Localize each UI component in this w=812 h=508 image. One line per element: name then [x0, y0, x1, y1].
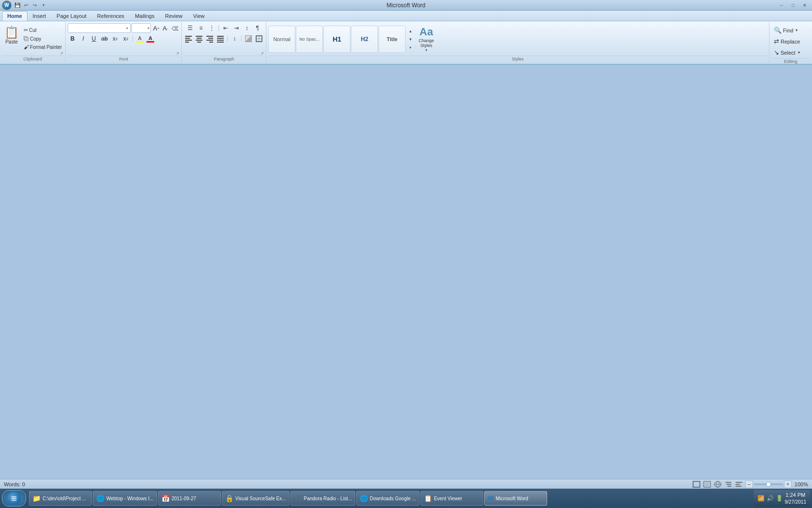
- ribbon: 📋 Paste ✂ Cut ⿻ Copy 🖌 Format Painter Cl…: [0, 21, 812, 65]
- tab-view[interactable]: View: [188, 11, 210, 21]
- select-button[interactable]: ↘ Select ▾: [771, 47, 810, 58]
- multilevel-list-button[interactable]: ⋮: [207, 23, 217, 33]
- tab-home[interactable]: Home: [2, 11, 28, 21]
- font-name-dropdown[interactable]: ▾: [68, 23, 130, 33]
- shading-button[interactable]: [244, 34, 253, 44]
- taskbar-item-word[interactable]: W Microsoft Word: [484, 491, 547, 506]
- line-spacing-button[interactable]: ↕: [230, 34, 239, 44]
- tab-references[interactable]: References: [92, 11, 130, 21]
- paragraph-group: ☰ ≡ ⋮ ⇤ ⇥ ↕ ¶: [182, 22, 266, 63]
- svg-rect-9: [206, 36, 213, 37]
- justify-button[interactable]: [216, 34, 225, 44]
- zoom-out-button[interactable]: –: [745, 480, 753, 488]
- taskbar-item-calendar[interactable]: 📅 2011-09-27: [158, 491, 221, 506]
- subscript-button[interactable]: x2: [110, 34, 120, 44]
- system-tray: 📶 🔊 🔋 1:24 PM 9/27/2011: [754, 490, 811, 507]
- maximize-button[interactable]: □: [788, 1, 798, 9]
- increase-indent-button[interactable]: ⇥: [232, 23, 241, 33]
- align-left-button[interactable]: [184, 34, 193, 44]
- bullets-button[interactable]: ☰: [186, 23, 195, 33]
- cut-label: Cut: [29, 28, 37, 33]
- superscript-button[interactable]: x2: [121, 34, 130, 44]
- style-no-spacing[interactable]: No Spac...: [296, 26, 323, 53]
- para-sep1: [218, 25, 219, 31]
- web-layout-view-button[interactable]: [713, 480, 722, 488]
- paste-button[interactable]: 📋 Paste: [2, 25, 21, 46]
- tab-insert[interactable]: Insert: [28, 11, 52, 21]
- styles-scroll-up[interactable]: ▲: [406, 27, 414, 35]
- quick-access-dropdown[interactable]: ▾: [40, 1, 47, 9]
- font-expand-icon[interactable]: ↗: [174, 50, 180, 56]
- strikethrough-button[interactable]: ab: [100, 34, 109, 44]
- document-area[interactable]: [0, 65, 812, 479]
- font-color-button[interactable]: A: [145, 34, 155, 44]
- tab-mailings[interactable]: Mailings: [130, 11, 160, 21]
- clipboard-expand-icon[interactable]: ↗: [58, 50, 64, 56]
- font-size-decrease-button[interactable]: A-: [161, 24, 170, 32]
- network-tray-icon[interactable]: 📶: [757, 495, 765, 502]
- show-formatting-button[interactable]: ¶: [253, 23, 262, 33]
- styles-expand[interactable]: ▾: [406, 44, 414, 51]
- numbering-button[interactable]: ≡: [196, 23, 206, 33]
- calendar-label: 2011-09-27: [172, 496, 196, 501]
- taskbar-item-explorer[interactable]: 📁 C:\dev\old\Project ...: [29, 491, 92, 506]
- office-button[interactable]: W: [2, 0, 12, 10]
- taskbar-item-event-viewer[interactable]: 📋 Event Viewer: [420, 491, 483, 506]
- downloads-label: Downloads Google ...: [370, 496, 416, 501]
- taskbar-item-sourcesafe[interactable]: 🔒 Visual SourceSafe Ex...: [222, 491, 290, 506]
- taskbar-item-webtop[interactable]: 🌐 Webtop - Windows I...: [93, 491, 157, 506]
- styles-scroll-down[interactable]: ▼: [406, 35, 414, 43]
- style-heading1[interactable]: H1: [323, 26, 350, 53]
- style-heading2[interactable]: H2: [351, 26, 378, 53]
- zoom-slider[interactable]: [754, 483, 783, 485]
- start-button[interactable]: ⊞: [2, 490, 26, 507]
- power-tray-icon[interactable]: 🔋: [776, 495, 783, 502]
- font-size-arrow: ▾: [147, 26, 149, 30]
- style-normal[interactable]: Normal: [268, 26, 295, 53]
- tab-review[interactable]: Review: [160, 11, 188, 21]
- decrease-indent-button[interactable]: ⇤: [221, 23, 231, 33]
- zoom-in-button[interactable]: +: [784, 480, 792, 488]
- taskbar-item-pandora[interactable]: 🎵 Pandora Radio - List...: [290, 491, 356, 506]
- replace-button[interactable]: ⇄ Replace: [771, 36, 810, 46]
- system-clock[interactable]: 1:24 PM 9/27/2011: [785, 492, 807, 505]
- editing-group: 🔍 Find ▾ ⇄ Replace ↘ Select ▾ Editing: [769, 22, 812, 63]
- borders-button[interactable]: [254, 34, 264, 44]
- svg-rect-16: [217, 42, 224, 43]
- svg-rect-6: [197, 38, 202, 39]
- font-size-dropdown[interactable]: ▾: [131, 23, 151, 33]
- select-dropdown-arrow: ▾: [798, 50, 800, 55]
- change-styles-label: ChangeStyles: [419, 38, 434, 48]
- sort-button[interactable]: ↕: [242, 23, 252, 33]
- full-screen-view-button[interactable]: [703, 480, 711, 488]
- close-button[interactable]: ✕: [799, 1, 810, 9]
- redo-quick-btn[interactable]: ↪: [31, 1, 39, 9]
- underline-button[interactable]: U: [89, 34, 99, 44]
- text-highlight-button[interactable]: A: [135, 34, 145, 44]
- clear-format-button[interactable]: ⌫: [171, 24, 179, 32]
- align-center-button[interactable]: [194, 34, 204, 44]
- tab-page-layout[interactable]: Page Layout: [51, 11, 92, 21]
- find-button[interactable]: 🔍 Find ▾: [771, 25, 810, 35]
- taskbar-item-downloads[interactable]: 🌐 Downloads Google ...: [356, 491, 420, 506]
- minimize-button[interactable]: –: [776, 1, 787, 9]
- status-left: Words: 0: [4, 481, 25, 487]
- word-label: Microsoft Word: [496, 496, 528, 501]
- style-title[interactable]: Title: [378, 26, 406, 53]
- font-size-increase-button[interactable]: A+: [152, 24, 160, 32]
- align-right-button[interactable]: [205, 34, 215, 44]
- format-painter-button[interactable]: 🖌 Format Painter: [22, 43, 63, 51]
- svg-rect-1: [185, 36, 192, 37]
- outline-view-button[interactable]: [724, 480, 733, 488]
- print-layout-view-button[interactable]: [692, 480, 701, 488]
- volume-tray-icon[interactable]: 🔊: [767, 495, 774, 502]
- italic-button[interactable]: I: [78, 34, 88, 44]
- change-styles-button[interactable]: Aa ChangeStyles ▾: [415, 24, 437, 55]
- paragraph-expand-icon[interactable]: ↗: [259, 50, 265, 56]
- bold-button[interactable]: B: [68, 34, 77, 44]
- cut-button[interactable]: ✂ Cut: [22, 26, 63, 34]
- draft-view-button[interactable]: [735, 480, 743, 488]
- copy-button[interactable]: ⿻ Copy: [22, 35, 63, 43]
- save-quick-btn[interactable]: 💾: [14, 1, 21, 9]
- undo-quick-btn[interactable]: ↩: [22, 1, 30, 9]
